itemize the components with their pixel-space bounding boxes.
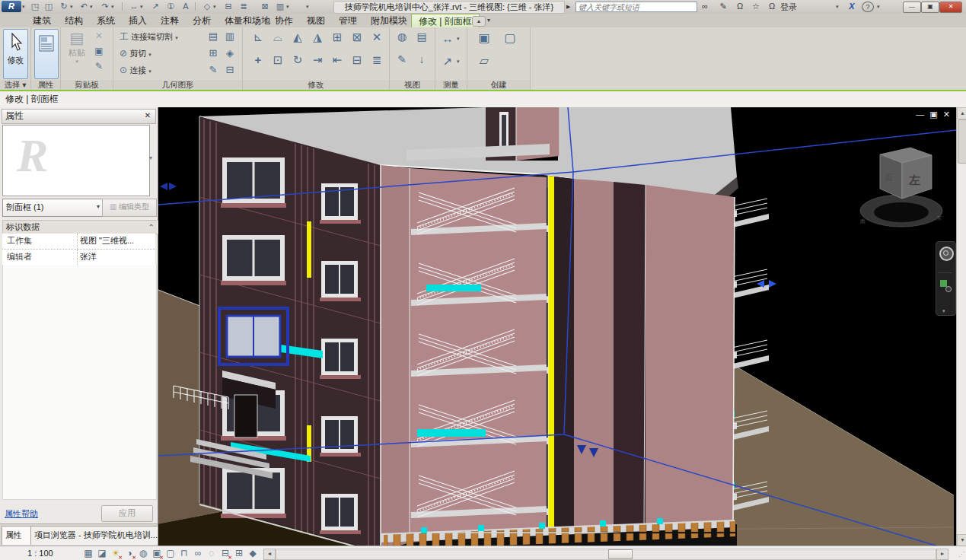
- switch-caret-icon[interactable]: ▾: [286, 3, 292, 11]
- split-face-icon[interactable]: ⊞: [206, 47, 220, 59]
- unpin-icon[interactable]: ≣: [368, 53, 386, 67]
- drawing-area[interactable]: — ▣ ✕: [158, 107, 956, 546]
- edit-type-button[interactable]: ▥ 编辑类型: [102, 199, 157, 217]
- close-hidden-windows-icon[interactable]: ⊠: [259, 1, 271, 12]
- scroll-up-icon[interactable]: ▲: [957, 107, 966, 119]
- sync-caret-icon[interactable]: ▾: [70, 3, 76, 11]
- undo-icon[interactable]: ↶: [78, 1, 90, 12]
- scroll-down-icon[interactable]: ▼: [957, 534, 966, 546]
- paint-icon[interactable]: ✎: [206, 64, 220, 75]
- zoom-icon[interactable]: [940, 280, 947, 287]
- navbar-caret-icon[interactable]: ▾: [942, 308, 945, 314]
- linework-icon[interactable]: ✎: [394, 53, 410, 65]
- rendering-dialog-icon[interactable]: ◍: [137, 547, 149, 559]
- cope-icon[interactable]: ⊟: [223, 64, 237, 75]
- subscription-icon[interactable]: ✎: [716, 1, 730, 12]
- palette-title-bar[interactable]: 属性 ✕: [2, 109, 156, 124]
- apply-button[interactable]: 应用: [101, 505, 153, 522]
- property-row-edited-by[interactable]: 编辑者 张洋: [2, 250, 155, 266]
- vertical-scrollbar[interactable]: ▲ ▼: [956, 107, 966, 546]
- vertical-scroll-thumb[interactable]: [958, 119, 966, 164]
- identity-data-header[interactable]: 标识数据 ⌃: [2, 220, 160, 234]
- open-icon[interactable]: ◳: [29, 1, 41, 12]
- section-collapse-icon[interactable]: ⌃: [148, 221, 155, 234]
- show-crop-region-icon[interactable]: ▢: [164, 547, 177, 559]
- reveal-hidden-elements-icon[interactable]: ◌: [206, 547, 218, 559]
- modify-button[interactable]: 修改: [3, 29, 28, 79]
- dimension-caret-icon[interactable]: ▾: [140, 3, 146, 11]
- tab-properties-palette[interactable]: 属性: [2, 526, 33, 545]
- offset-icon[interactable]: ⌓: [269, 30, 287, 44]
- window-close-button[interactable]: ✕: [939, 2, 962, 13]
- type-selector-combobox[interactable]: 剖面框 (1) ▾: [2, 199, 103, 217]
- ribbon-collapse-caret-icon[interactable]: ▾: [487, 17, 490, 24]
- worksharing-display-off-icon[interactable]: ⊟✕: [219, 547, 231, 559]
- panel-properties-label[interactable]: 属性: [31, 80, 60, 90]
- join-item[interactable]: ⊙ 连接 ▾: [120, 62, 151, 78]
- create-group-icon[interactable]: ▣: [475, 30, 493, 45]
- tab-analyze[interactable]: 分析: [186, 14, 218, 27]
- redo-icon[interactable]: ↷: [99, 1, 111, 12]
- redo-caret-icon[interactable]: ▾: [111, 3, 117, 11]
- exchange-apps-icon[interactable]: X: [845, 1, 859, 12]
- tab-addins[interactable]: 附加模块: [364, 14, 414, 27]
- tab-systems[interactable]: 系统: [90, 14, 122, 27]
- match-type-icon[interactable]: ✎: [93, 61, 105, 72]
- rotate-icon[interactable]: ↻: [289, 53, 307, 67]
- measure-icon[interactable]: ↗: [149, 1, 161, 12]
- tab-view[interactable]: 视图: [300, 14, 332, 27]
- window-restore-button[interactable]: ▣: [921, 2, 939, 13]
- viewcube[interactable]: 南 东 后 左: [860, 148, 942, 227]
- copy-element-icon[interactable]: ⊡: [269, 53, 287, 67]
- viewcube-ring-label-south[interactable]: 南: [860, 218, 866, 224]
- measure2-caret-icon[interactable]: ▾: [457, 58, 463, 65]
- create-assembly-icon[interactable]: ▱: [475, 53, 493, 68]
- crop-view-off-icon[interactable]: ▣✕: [151, 547, 163, 559]
- split-icon[interactable]: ⇤: [328, 53, 346, 67]
- tag-icon[interactable]: ①: [164, 1, 177, 12]
- temporary-hide-isolate-icon[interactable]: ∞: [192, 547, 204, 559]
- horizontal-scrollbar[interactable]: [276, 549, 936, 560]
- save-icon[interactable]: ◫: [43, 1, 55, 12]
- tab-annotate[interactable]: 注释: [154, 14, 186, 27]
- viewcube-ring-label-east[interactable]: 东: [936, 215, 942, 221]
- create-similar-icon[interactable]: ▢: [501, 30, 519, 45]
- window-minimize-button[interactable]: —: [903, 2, 921, 13]
- title-expand-icon[interactable]: ▶: [566, 3, 572, 11]
- viewcube-side-face-label[interactable]: 后: [885, 173, 893, 182]
- array-icon[interactable]: ⊞: [328, 30, 346, 44]
- demolish-icon[interactable]: ▥: [223, 30, 237, 42]
- measure-length-icon[interactable]: ↔: [440, 32, 455, 45]
- shadows-off-icon[interactable]: ◑✕: [123, 547, 135, 559]
- join-end-cuts-item[interactable]: 工 连接端切割 ▾: [120, 29, 178, 44]
- unlocked-view-icon[interactable]: ⊓: [178, 547, 190, 559]
- text-icon[interactable]: A: [180, 1, 192, 12]
- communication-icon[interactable]: Ω: [733, 1, 747, 12]
- type-preview[interactable]: R: [2, 125, 150, 196]
- analytical-model-icon[interactable]: ◆: [247, 547, 259, 559]
- temporary-view-properties-icon[interactable]: ⊞: [233, 547, 245, 559]
- align-icon[interactable]: ⊾: [249, 30, 267, 44]
- copy-icon[interactable]: ▣: [93, 46, 105, 56]
- revit-logo[interactable]: R: [2, 1, 21, 12]
- preview-caret-icon[interactable]: ▾: [149, 154, 152, 161]
- delete-icon[interactable]: ✕: [93, 30, 105, 41]
- properties-help-link[interactable]: 属性帮助: [5, 508, 38, 520]
- panel-select-label[interactable]: 选择 ▾: [0, 80, 30, 90]
- logo-caret-icon[interactable]: ▾: [22, 3, 28, 11]
- view-close-icon[interactable]: ✕: [943, 110, 952, 119]
- section-box-handle-left[interactable]: [160, 183, 177, 190]
- thin-lines-icon[interactable]: ≣: [238, 1, 250, 12]
- hscroll-left-icon[interactable]: ◄: [263, 549, 276, 560]
- tab-modify-section-box[interactable]: 修改 | 剖面框: [411, 14, 480, 27]
- move-icon[interactable]: +: [249, 53, 267, 66]
- aligned-dimension-icon[interactable]: ↔: [128, 1, 140, 12]
- delete-element-icon[interactable]: ✕: [368, 30, 386, 44]
- detail-level-icon[interactable]: ▦: [82, 547, 94, 559]
- trim-extend-icon[interactable]: ⇥: [308, 53, 327, 67]
- row-value[interactable]: 张洋: [78, 250, 155, 265]
- view-minimize-icon[interactable]: —: [916, 110, 926, 119]
- row-value[interactable]: 视图 "三维视...: [78, 234, 155, 249]
- signin-caret-icon[interactable]: ▾: [836, 3, 842, 11]
- wall-joins-icon[interactable]: ▤: [206, 30, 220, 42]
